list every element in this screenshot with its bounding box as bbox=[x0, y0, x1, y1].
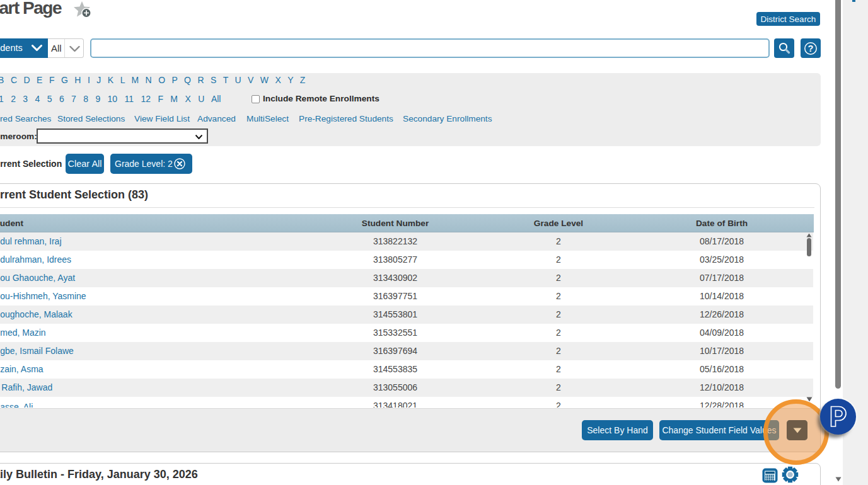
svg-text:?: ? bbox=[808, 43, 814, 54]
